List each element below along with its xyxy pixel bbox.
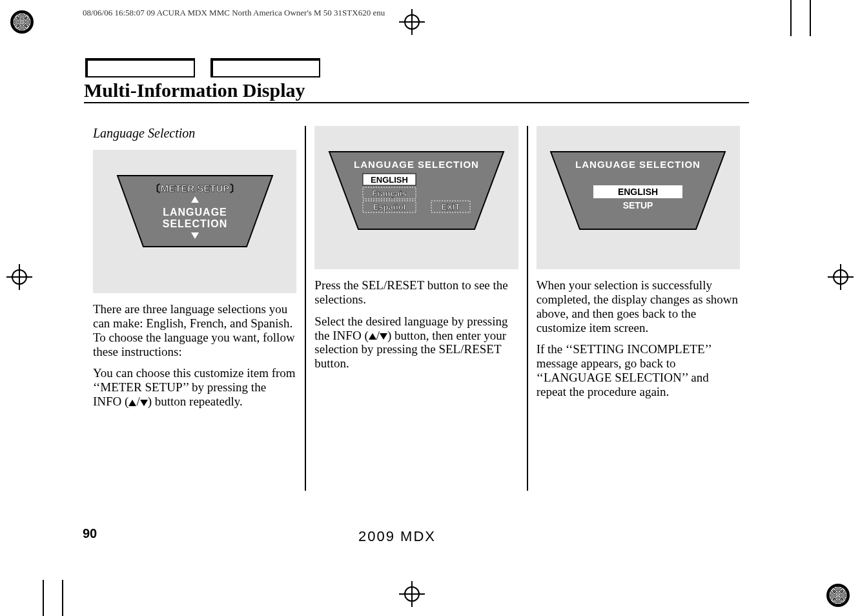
screen-english: ENGLISH	[618, 187, 658, 197]
page-title: Multi-Information Display	[84, 79, 305, 101]
screen-line2: LANGUAGE	[163, 207, 227, 218]
crosshair-right	[828, 264, 854, 290]
col3-paragraph-1: When your selection is successfully comp…	[537, 278, 740, 334]
column-divider	[527, 126, 528, 491]
figure-english-setup: LANGUAGE SELECTION ENGLISH SETUP	[537, 126, 740, 269]
triangle-up-icon	[369, 333, 376, 340]
screen-line3: SELECTION	[162, 218, 227, 229]
option-espanol: Español	[373, 202, 406, 212]
footer-model: 2009 MDX	[358, 528, 436, 545]
triangle-down-icon	[380, 333, 387, 340]
col3-paragraph-2: If the ‘‘SETTING INCOMPLETE’’ message ap…	[537, 342, 740, 398]
crosshair-left	[6, 264, 32, 290]
crosshair-bottom	[399, 581, 425, 607]
col2-paragraph-2: Select the desired language by pressing …	[314, 314, 518, 371]
display-english-setup: LANGUAGE SELECTION ENGLISH SETUP	[544, 145, 732, 249]
page-number: 90	[83, 526, 97, 541]
index-tab	[85, 58, 195, 77]
title-rule	[84, 102, 749, 103]
option-exit: EXIT	[442, 202, 460, 212]
column-2: LANGUAGE SELECTION ENGLISH Français Espa…	[305, 126, 527, 416]
header-stamp: 08/06/06 16:58:07 09 ACURA MDX MMC North…	[83, 8, 385, 18]
screen-title: LANGUAGE SELECTION	[354, 159, 479, 170]
option-francais: Français	[372, 189, 406, 198]
option-english: ENGLISH	[371, 175, 408, 185]
triangle-up-icon	[128, 400, 136, 406]
figure-meter-setup: 〔METER SETUP〕 LANGUAGE SELECTION	[93, 150, 296, 293]
section-subtitle: Language Selection	[93, 126, 296, 141]
trim-bar-top-right-2	[810, 0, 811, 36]
display-language-options: LANGUAGE SELECTION ENGLISH Français Espa…	[323, 145, 510, 249]
screen-setup: SETUP	[623, 200, 653, 210]
col1-paragraph-2: You can choose this customize item from …	[93, 366, 296, 409]
index-tabs	[85, 58, 333, 80]
screen-title: LANGUAGE SELECTION	[575, 159, 701, 170]
column-1: Language Selection 〔METER SETUP〕 LANGUAG…	[84, 126, 305, 416]
screen-line1: 〔METER SETUP〕	[150, 183, 239, 194]
col1-paragraph-1: There are three language selections you …	[93, 302, 296, 358]
registration-mark-bottom-right	[826, 584, 850, 607]
crosshair-top	[399, 9, 425, 35]
trim-bar-bottom-left-1	[43, 580, 44, 616]
figure-language-options: LANGUAGE SELECTION ENGLISH Français Espa…	[314, 126, 518, 269]
column-3: LANGUAGE SELECTION ENGLISH SETUP When yo…	[527, 126, 749, 416]
triangle-down-icon	[140, 400, 148, 406]
col2-paragraph-1: Press the SEL/RESET button to see the se…	[314, 278, 518, 307]
display-meter-setup: 〔METER SETUP〕 LANGUAGE SELECTION	[111, 169, 279, 266]
trim-bar-bottom-left-2	[62, 580, 63, 616]
trim-bar-top-right-1	[790, 0, 792, 36]
index-tab	[210, 58, 320, 77]
registration-mark-top-left	[10, 10, 34, 34]
column-divider	[305, 126, 306, 491]
